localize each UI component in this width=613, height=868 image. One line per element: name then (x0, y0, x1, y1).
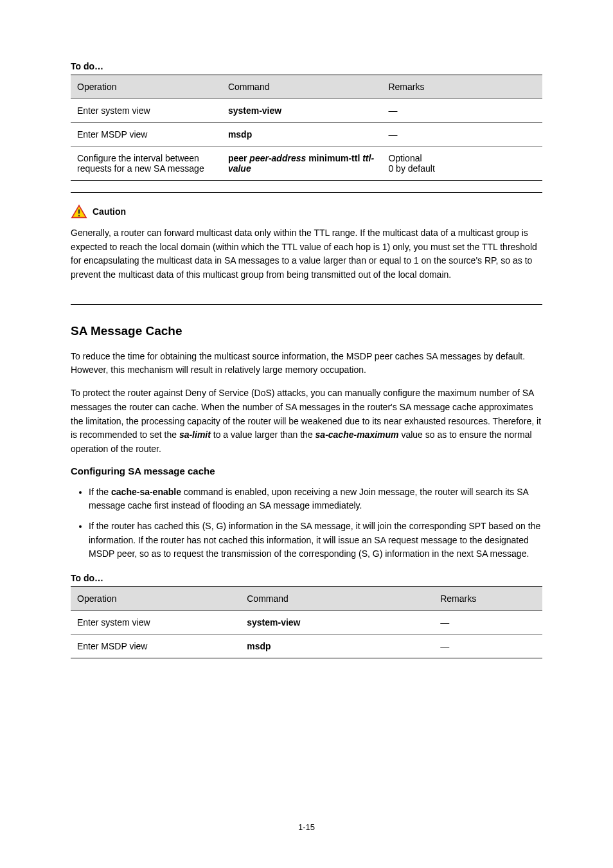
table-config-sa-cache: Operation Command Remarks Enter system v… (71, 586, 542, 658)
table-row: Enter MSDP viewmsdp— (71, 635, 542, 658)
table-cell: — (434, 635, 542, 658)
table-cell: — (382, 99, 542, 123)
table-row: Enter MSDP viewmsdp— (71, 123, 542, 147)
section-p2: To protect the router against Deny of Se… (71, 386, 542, 456)
table-cell: Enter MSDP view (71, 635, 240, 658)
svg-rect-1 (78, 210, 80, 214)
table-cell: msdp (240, 635, 434, 658)
table-row: Configure the interval between requests … (71, 147, 542, 181)
table-cell: — (434, 611, 542, 635)
col-operation: Operation (71, 587, 240, 611)
list-item: If the router has cached this (S, G) inf… (89, 520, 542, 561)
label-to-do: To do… (71, 61, 542, 71)
table-cell: Configure the interval between requests … (71, 147, 222, 181)
bullet-list: If the cache-sa-enable command is enable… (71, 485, 542, 561)
col-command: Command (222, 75, 382, 99)
col-command: Command (240, 587, 434, 611)
table-cell: peer peer-address minimum-ttl ttl-value (222, 147, 382, 181)
table-cell: Enter MSDP view (71, 123, 222, 147)
sub-heading: Configuring SA message cache (71, 466, 542, 476)
table-cell: Enter system view (71, 611, 240, 635)
caution-body: Generally, a router can forward multicas… (71, 226, 542, 282)
table-row: Enter system viewsystem-view— (71, 99, 542, 123)
col-remarks: Remarks (382, 75, 542, 99)
table-cell: system-view (240, 611, 434, 635)
table-cell: — (382, 123, 542, 147)
col-operation: Operation (71, 75, 222, 99)
table-config-sa-interval: Operation Command Remarks Enter system v… (71, 75, 542, 181)
table-row: Enter system viewsystem-view— (71, 611, 542, 635)
section-p1: To reduce the time for obtaining the mul… (71, 350, 542, 377)
table-cell: system-view (222, 99, 382, 123)
list-item: If the cache-sa-enable command is enable… (89, 485, 542, 513)
svg-rect-2 (78, 215, 80, 216)
caution-callout: Caution Generally, a router can forward … (71, 192, 542, 305)
page-number: 1-15 (0, 822, 613, 832)
table-cell: Enter system view (71, 99, 222, 123)
label-to-do-2: To do… (71, 573, 542, 583)
caution-icon (71, 204, 87, 219)
table-cell: Optional 0 by default (382, 147, 542, 181)
caution-title: Caution (93, 206, 126, 217)
col-remarks: Remarks (434, 587, 542, 611)
section-heading: SA Message Cache (71, 324, 542, 338)
table-cell: msdp (222, 123, 382, 147)
